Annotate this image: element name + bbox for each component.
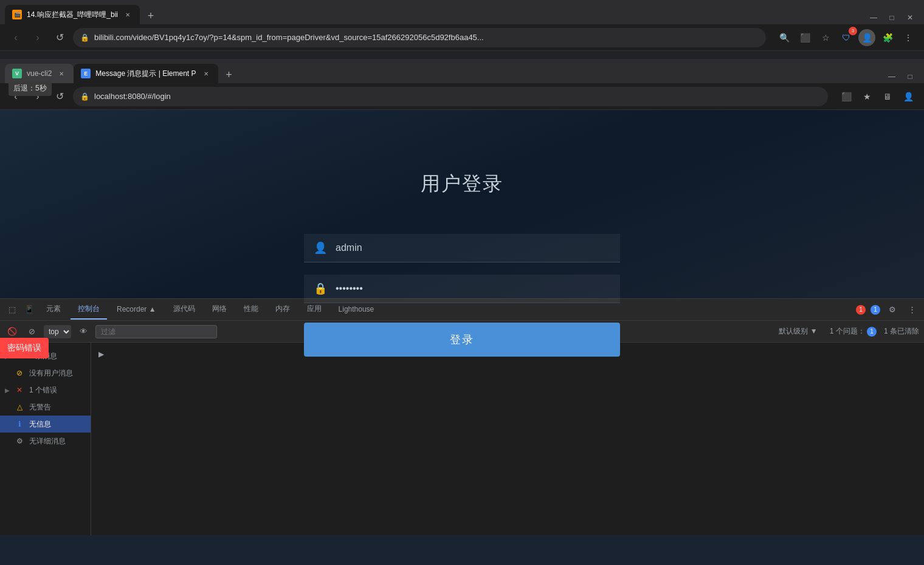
browser-outer: 🎬 14.响应拦截器_哔哩哔哩_bii ✕ + — □ ✕ ‹ › ↺ 🔒 bi…: [0, 0, 924, 565]
tab-bilibili[interactable]: 🎬 14.响应拦截器_哔哩哔哩_bii ✕: [5, 5, 140, 24]
shield-btn[interactable]: 🛡: [838, 29, 855, 46]
inner-action-3[interactable]: 🖥: [879, 88, 896, 105]
sidebar-label-verbose: 无详细消息: [29, 436, 66, 447]
devtools-tab-performance[interactable]: 性能: [236, 300, 266, 320]
username-input[interactable]: [336, 242, 610, 253]
dt-level-select[interactable]: top: [44, 325, 71, 338]
tab-favicon-bilibili: 🎬: [12, 10, 22, 19]
login-page: 密码错误 用户登录 👤 🔒 登录: [0, 110, 924, 298]
tab-controls-right: — □ ✕: [869, 13, 919, 24]
refresh-btn[interactable]: ↺: [51, 29, 68, 46]
devtools-body: ▶ ≡ 1 条消息 ⊘ 没有用户消息 ▶ ✕ 1 个错误: [0, 343, 924, 535]
inner-minimize[interactable]: —: [888, 72, 896, 81]
dt-filter-input[interactable]: [95, 325, 217, 338]
devtools-tab-network[interactable]: 网络: [205, 300, 234, 320]
address-bar-inner: ‹ › ↺ 🔒 localhost:8080/#/login ⬛ ★ 🖥 👤: [0, 83, 924, 110]
inner-action-1[interactable]: ⬛: [838, 88, 855, 105]
sidebar-label-info: 无信息: [29, 419, 51, 430]
error-dot: [0, 343, 5, 353]
username-input-group: 👤: [304, 234, 620, 262]
forward-btn[interactable]: ›: [29, 29, 46, 46]
tab-element[interactable]: E Message 消息提示 | Element P ✕: [74, 64, 218, 83]
sidebar-errors[interactable]: ▶ ✕ 1 个错误: [0, 382, 91, 399]
inner-action-4[interactable]: 👤: [900, 88, 917, 105]
devtools-tab-memory[interactable]: 内存: [268, 300, 297, 320]
sidebar-label-warnings: 无警告: [29, 402, 51, 413]
menu-btn-top[interactable]: ⋮: [900, 29, 917, 46]
devtools-more-icon[interactable]: ⋮: [905, 303, 919, 317]
sidebar-info[interactable]: ℹ 无信息: [0, 416, 91, 433]
devtools-sidebar: ▶ ≡ 1 条消息 ⊘ 没有用户消息 ▶ ✕ 1 个错误: [0, 343, 91, 535]
expand-arrow-errors: ▶: [5, 387, 10, 394]
tab-new-inner[interactable]: +: [221, 66, 238, 83]
password-input-group: 🔒: [304, 275, 620, 303]
sidebar-warnings[interactable]: △ 无警告: [0, 399, 91, 416]
bookmark-btn[interactable]: ☆: [817, 29, 834, 46]
error-count: 1: [856, 305, 866, 315]
verbose-icon: ⚙: [15, 436, 24, 446]
profile-btn[interactable]: 👤: [858, 29, 875, 46]
devtools-tab-console[interactable]: 控制台: [71, 300, 107, 320]
tab-label-element: Message 消息提示 | Element P: [95, 69, 196, 79]
dt-clear-btn[interactable]: 🚫: [5, 324, 19, 339]
sidebar-label-errors: 1 个错误: [29, 385, 57, 396]
back-btn[interactable]: ‹: [7, 29, 24, 46]
errors-icon: ✕: [15, 385, 24, 395]
window-minimize[interactable]: —: [869, 13, 878, 22]
search-action-btn[interactable]: 🔍: [776, 29, 793, 46]
address-bar-top: ‹ › ↺ 🔒 bilibili.com/video/BV1pq4y1c7oy/…: [0, 24, 924, 51]
url-text-top: bilibili.com/video/BV1pq4y1c7oy/?p=14&sp…: [94, 33, 484, 42]
tab-close-bilibili[interactable]: ✕: [123, 10, 133, 19]
tab-close-element[interactable]: ✕: [201, 69, 211, 78]
inner-action-2[interactable]: ★: [858, 88, 875, 105]
inner-refresh-btn[interactable]: ↺: [51, 88, 68, 105]
warning-count: 1: [871, 305, 880, 315]
main-content: 密码错误 用户登录 👤 🔒 登录: [0, 110, 924, 565]
dt-filter-icon[interactable]: ⊘: [24, 324, 39, 339]
tab-favicon-vue: V: [12, 69, 22, 78]
login-button[interactable]: 登录: [304, 323, 620, 357]
window-close[interactable]: ✕: [906, 13, 914, 22]
warnings-icon: △: [15, 402, 24, 412]
window-restore[interactable]: □: [888, 13, 896, 22]
tab-new-top[interactable]: +: [142, 7, 159, 24]
extension-btn[interactable]: ⬛: [796, 29, 813, 46]
devtools-device-icon[interactable]: 📱: [22, 303, 36, 317]
tab-bar-top: 🎬 14.响应拦截器_哔哩哔哩_bii ✕ + — □ ✕: [0, 0, 924, 24]
tab-close-vue[interactable]: ✕: [57, 69, 66, 78]
dt-issues: 1 个问题： 1: [830, 326, 877, 337]
devtools-right-controls: 1 1 ⚙ ⋮: [856, 303, 919, 317]
dt-cleared: 1 条已清除: [884, 326, 919, 337]
url-bar-top[interactable]: 🔒 bilibili.com/video/BV1pq4y1c7oy/?p=14&…: [73, 28, 766, 47]
url-bar-inner[interactable]: 🔒 localhost:8080/#/login: [73, 87, 828, 106]
info-icon: ℹ: [15, 419, 24, 429]
devtools-tab-recorder[interactable]: Recorder ▲: [109, 300, 164, 320]
inner-win-controls: — □: [888, 72, 919, 83]
error-badge: 1: [856, 305, 866, 315]
back-tooltip: 后退：5秒: [9, 81, 52, 96]
url-text-inner: localhost:8080/#/login: [94, 92, 171, 101]
inner-lock-icon: 🔒: [80, 92, 89, 101]
warning-badge: 1: [871, 305, 880, 315]
lock-icon: 🔒: [80, 33, 89, 42]
inner-restore[interactable]: □: [906, 72, 914, 81]
password-input[interactable]: [336, 283, 610, 294]
error-message: 密码错误: [7, 343, 41, 354]
login-form: 👤 🔒 登录: [304, 234, 620, 357]
devtools-tab-sources[interactable]: 源代码: [166, 300, 202, 320]
dt-issues-badge: 1: [867, 327, 877, 337]
dt-eye-btn[interactable]: 👁: [76, 324, 91, 339]
extensions-btn[interactable]: 🧩: [879, 29, 896, 46]
dt-default-level: 默认级别 ▼: [779, 326, 817, 337]
tab-label-vue: vue-cli2: [27, 69, 52, 78]
devtools-cursor-icon[interactable]: ⬚: [5, 303, 19, 317]
tab-favicon-element: E: [81, 69, 91, 78]
dt-right-info: 默认级别 ▼ 1 个问题： 1 1 条已清除: [779, 326, 919, 337]
devtools-main: ▶: [91, 343, 924, 535]
devtools-settings-icon[interactable]: ⚙: [885, 303, 900, 317]
sidebar-no-user[interactable]: ⊘ 没有用户消息: [0, 365, 91, 382]
devtools-tab-elements[interactable]: 元素: [39, 300, 68, 320]
sidebar-verbose[interactable]: ⚙ 无详细消息: [0, 433, 91, 450]
user-icon: 👤: [314, 241, 326, 255]
sidebar-label-no-user: 没有用户消息: [29, 368, 73, 378]
